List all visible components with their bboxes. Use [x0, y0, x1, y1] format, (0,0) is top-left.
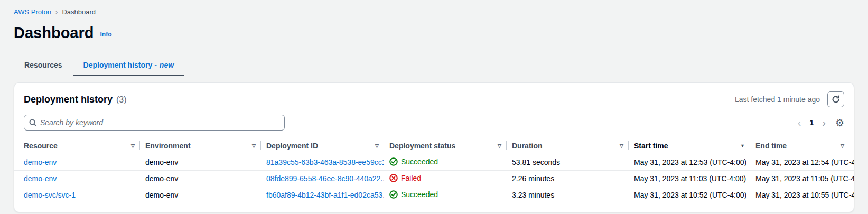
duration-cell: 3.23 minutes	[507, 187, 629, 203]
table-toolbar: ‹ 1 › ⚙	[14, 111, 854, 137]
page-header: Dashboard Info	[14, 24, 854, 42]
aws-proton-dashboard-page: AWS Proton › Dashboard Dashboard Info Re…	[0, 0, 868, 212]
deployment-id-cell: fb60af89-4b12-43bf-a1f1-ed02ca53...	[261, 187, 384, 203]
search-box	[24, 115, 285, 131]
column-header-end-time[interactable]: End time▽	[750, 137, 854, 154]
table-header-row: Resource▽ Environment▽ Deployment ID▽ De…	[14, 137, 854, 154]
deployment-id-cell: 81a39c55-63b3-463a-8538-ee59cc1...	[261, 154, 384, 171]
status-label: Succeeded	[401, 190, 438, 199]
column-label: Start time	[634, 142, 668, 150]
breadcrumb-link-aws-proton[interactable]: AWS Proton	[14, 8, 51, 16]
refresh-button[interactable]	[827, 91, 844, 107]
environment-cell: demo-env	[140, 171, 261, 187]
column-header-start-time[interactable]: Start time▼	[629, 137, 750, 154]
deployment-id-link[interactable]: 08fde899-6558-46ee-8c90-440a22...	[266, 174, 384, 183]
breadcrumb-current: Dashboard	[62, 8, 96, 16]
column-label: End time	[755, 142, 787, 150]
resource-cell: demo-env	[14, 154, 140, 171]
column-header-deployment-id[interactable]: Deployment ID▽	[261, 137, 384, 154]
settings-button[interactable]: ⚙	[835, 118, 844, 128]
resource-cell: demo-svc/svc-1	[14, 187, 140, 203]
tabs: Resources Deployment history - new	[14, 54, 854, 76]
breadcrumb-separator-icon: ›	[55, 8, 58, 16]
table-row: demo-env demo-env 08fde899-6558-46ee-8c9…	[14, 171, 854, 187]
environment-cell: demo-env	[140, 154, 261, 171]
deployment-status-cell: Succeeded	[384, 187, 507, 203]
info-link[interactable]: Info	[100, 31, 111, 38]
current-page[interactable]: 1	[809, 118, 814, 127]
deployment-id-link[interactable]: 81a39c55-63b3-463a-8538-ee59cc1...	[266, 158, 384, 166]
tab-resources-label: Resources	[24, 61, 62, 69]
success-icon	[389, 190, 398, 199]
panel-title: Deployment history	[24, 94, 113, 105]
sort-icon[interactable]: ▽	[131, 143, 135, 148]
deployment-history-table: Resource▽ Environment▽ Deployment ID▽ De…	[14, 137, 854, 203]
sort-descending-icon[interactable]: ▼	[740, 143, 745, 148]
end-time-cell: May 31, 2023 at 11:05 (UTC-4:...	[750, 171, 854, 187]
end-time-cell: May 31, 2023 at 10:55 (UTC-4:...	[750, 187, 854, 203]
status-label: Succeeded	[401, 157, 438, 166]
previous-page-button[interactable]: ‹	[798, 117, 801, 128]
search-icon	[29, 118, 37, 127]
status-label: Failed	[401, 174, 421, 182]
column-label: Duration	[512, 142, 543, 150]
success-icon	[389, 157, 398, 166]
search-input[interactable]	[24, 115, 285, 131]
tab-deployment-history-label: Deployment history -	[83, 61, 157, 69]
tab-resources[interactable]: Resources	[14, 54, 73, 76]
sort-icon[interactable]: ▽	[375, 143, 379, 148]
resource-link[interactable]: demo-env	[24, 158, 57, 166]
start-time-cell: May 31, 2023 at 11:03 (UTC-4:00)	[629, 171, 750, 187]
start-time-cell: May 31, 2023 at 12:53 (UTC-4:00)	[629, 154, 750, 171]
panel-header-actions: Last fetched 1 minute ago	[735, 91, 844, 107]
refresh-icon	[832, 95, 840, 104]
column-label: Deployment ID	[266, 142, 318, 150]
pagination: ‹ 1 › ⚙	[798, 117, 844, 128]
sort-icon[interactable]: ▽	[620, 143, 623, 148]
breadcrumb: AWS Proton › Dashboard	[14, 0, 854, 16]
gear-icon: ⚙	[835, 117, 844, 128]
column-label: Environment	[145, 142, 191, 150]
end-time-cell: May 31, 2023 at 12:54 (UTC-4:...	[750, 154, 854, 171]
column-label: Resource	[24, 142, 58, 150]
environment-cell: demo-env	[140, 187, 261, 203]
panel-header: Deployment history (3) Last fetched 1 mi…	[14, 83, 854, 111]
resource-cell: demo-env	[14, 171, 140, 187]
column-header-duration[interactable]: Duration▽	[507, 137, 629, 154]
next-page-button[interactable]: ›	[822, 117, 826, 128]
deployment-id-cell: 08fde899-6558-46ee-8c90-440a22...	[261, 171, 384, 187]
deployment-history-panel: Deployment history (3) Last fetched 1 mi…	[14, 82, 854, 212]
start-time-cell: May 31, 2023 at 10:52 (UTC-4:00)	[629, 187, 750, 203]
table-row: demo-env demo-env 81a39c55-63b3-463a-853…	[14, 154, 854, 171]
duration-cell: 53.81 seconds	[507, 154, 629, 171]
deployment-status-cell: Failed	[384, 171, 507, 187]
last-fetched-text: Last fetched 1 minute ago	[735, 95, 820, 104]
tab-deployment-history[interactable]: Deployment history - new	[73, 54, 184, 76]
deployment-status-cell: Succeeded	[384, 154, 507, 171]
error-icon	[389, 174, 398, 182]
sort-icon[interactable]: ▽	[498, 143, 501, 148]
deployment-id-link[interactable]: fb60af89-4b12-43bf-a1f1-ed02ca53...	[266, 191, 384, 199]
resource-link[interactable]: demo-env	[24, 174, 57, 183]
tab-new-badge: new	[160, 61, 174, 69]
page-title: Dashboard	[14, 24, 94, 42]
panel-count: (3)	[116, 95, 127, 105]
column-header-resource[interactable]: Resource▽	[14, 137, 140, 154]
column-header-deployment-status[interactable]: Deployment status▽	[384, 137, 507, 154]
sort-icon[interactable]: ▽	[252, 143, 256, 148]
column-label: Deployment status	[389, 142, 455, 150]
sort-icon[interactable]: ▽	[841, 143, 844, 148]
table-row: demo-svc/svc-1 demo-env fb60af89-4b12-43…	[14, 187, 854, 203]
duration-cell: 2.26 minutes	[507, 171, 629, 187]
resource-link[interactable]: demo-svc/svc-1	[24, 191, 76, 199]
column-header-environment[interactable]: Environment▽	[140, 137, 261, 154]
panel-title-group: Deployment history (3)	[24, 94, 127, 105]
